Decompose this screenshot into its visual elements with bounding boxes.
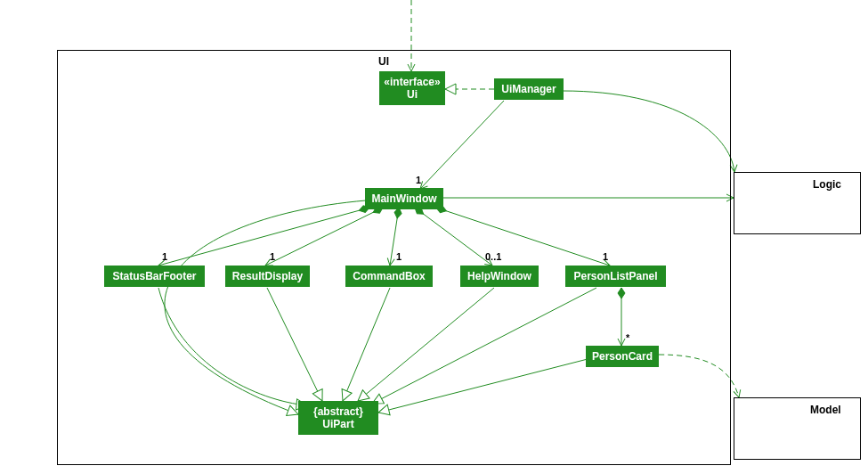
- class-mainwindow: MainWindow: [365, 188, 443, 209]
- pc-label: PersonCard: [592, 350, 653, 363]
- mult-sbf: 1: [162, 251, 167, 262]
- plp-label: PersonListPanel: [573, 270, 657, 282]
- mainwindow-label: MainWindow: [371, 192, 436, 205]
- hw-label: HelpWindow: [467, 270, 531, 282]
- mult-mainwindow: 1: [416, 175, 421, 185]
- class-uimanager: UiManager: [494, 78, 564, 100]
- uimanager-label: UiManager: [501, 83, 556, 95]
- sbf-label: StatusBarFooter: [112, 270, 196, 282]
- package-ui-title: UI: [378, 55, 389, 68]
- ui-interface-name: Ui: [407, 88, 418, 101]
- package-ui: [57, 50, 731, 465]
- mult-cb: 1: [396, 251, 402, 262]
- package-model: [734, 397, 861, 460]
- class-resultdisplay: ResultDisplay: [225, 266, 310, 287]
- class-personlistpanel: PersonListPanel: [565, 266, 666, 287]
- mult-hw: 0..1: [485, 251, 501, 262]
- class-statusbarfooter: StatusBarFooter: [104, 266, 205, 287]
- cb-label: CommandBox: [353, 270, 425, 282]
- class-commandbox: CommandBox: [345, 266, 433, 287]
- uml-class-diagram: UI Logic Model «interface» Ui UiManager …: [0, 0, 868, 474]
- uipart-name: UiPart: [322, 418, 353, 430]
- package-logic-title: Logic: [813, 178, 841, 191]
- mult-pc: *: [626, 332, 629, 343]
- mult-plp: 1: [603, 251, 608, 262]
- package-logic: [734, 172, 861, 234]
- class-personcard: PersonCard: [586, 346, 659, 367]
- rd-label: ResultDisplay: [232, 270, 303, 282]
- mult-rd: 1: [270, 251, 275, 262]
- class-helpwindow: HelpWindow: [460, 266, 539, 287]
- class-ui-interface: «interface» Ui: [379, 71, 445, 105]
- package-model-title: Model: [810, 404, 841, 416]
- uipart-stereo: {abstract}: [313, 405, 363, 418]
- ui-interface-stereo: «interface»: [384, 76, 440, 88]
- class-uipart: {abstract} UiPart: [298, 401, 378, 435]
